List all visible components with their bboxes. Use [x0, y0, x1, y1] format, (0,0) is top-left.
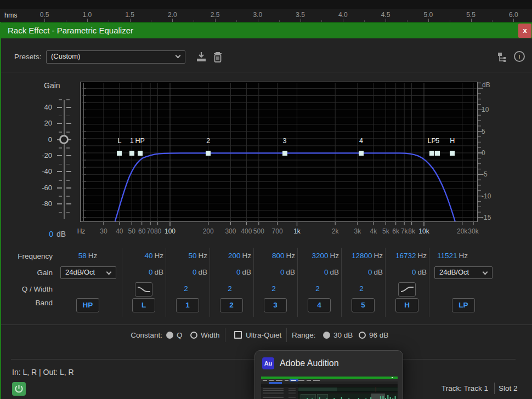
band-frequency-value[interactable]: 800Hz [252, 252, 295, 260]
delete-preset-icon[interactable] [211, 50, 224, 64]
band-q-value[interactable]: 2 [208, 284, 251, 293]
gain-tick [57, 187, 62, 189]
band-frequency-value[interactable]: 3200Hz [296, 252, 339, 260]
band-button-3[interactable]: 3 [264, 298, 287, 312]
gain-readout[interactable]: 0 dB [33, 230, 66, 238]
freq-tick-label: 30k [462, 227, 484, 235]
thumb-playhead [376, 387, 376, 392]
band-gain-value[interactable]: 0dB [340, 268, 383, 276]
power-toggle-button[interactable] [12, 382, 26, 396]
range-96db-label[interactable]: 96 dB [369, 331, 388, 339]
gain-minor-tick [66, 196, 70, 197]
freq-axis-unit-label: Hz [73, 227, 89, 235]
eq-control-point-LP[interactable] [429, 151, 434, 156]
constant-width-radio[interactable] [190, 332, 197, 339]
band-gain-value[interactable]: 0dB [384, 268, 427, 276]
divider [225, 328, 225, 342]
band-frequency-value[interactable]: 200Hz [208, 252, 251, 260]
gain-tick [57, 171, 62, 172]
eq-control-point-1[interactable] [129, 151, 134, 156]
db-tick-label: 5 [482, 128, 500, 135]
thumb-list-row [263, 390, 284, 390]
band-frequency-value[interactable]: 16732Hz [384, 252, 427, 260]
band-gain-value[interactable]: 0dB [296, 268, 339, 276]
gain-tick [66, 187, 71, 189]
band-frequency-value[interactable]: 40Hz [121, 252, 163, 260]
gain-number: 0 [412, 268, 416, 276]
eq-control-point-3[interactable] [282, 151, 287, 156]
presets-dropdown[interactable]: (Custom) [46, 50, 185, 64]
thumb-overview-fill2 [337, 387, 398, 391]
freq-unit: Hz [286, 252, 296, 260]
track-label: Track: Track 1 [422, 384, 488, 392]
band-gain-value[interactable]: 0dB [252, 268, 295, 276]
gain-tick [66, 171, 71, 172]
band-button-L[interactable]: L [132, 298, 155, 312]
band-frequency-value[interactable]: 58Hz [60, 252, 115, 260]
eq-control-point-4[interactable] [359, 151, 364, 156]
divider [286, 328, 287, 342]
band-slope-dropdown[interactable]: 24dB/Oct [434, 266, 493, 279]
gain-minor-tick [59, 196, 62, 197]
timeline-ruler[interactable]: hms 0.51.01.52.02.53.03.54.04.55.05.56.0 [0, 9, 532, 22]
close-button[interactable]: x [518, 24, 531, 38]
band-button-H[interactable]: H [395, 298, 418, 312]
band-gain-value[interactable]: 0dB [165, 268, 207, 276]
constant-width-label[interactable]: Width [201, 331, 220, 339]
eq-control-point-HP[interactable] [138, 151, 143, 156]
slope-value: 24dB/Oct [65, 268, 95, 276]
freq-number: 3200 [312, 252, 328, 260]
freq-tick-label: 1k [286, 227, 308, 235]
band-frequency-value[interactable]: 50Hz [165, 252, 207, 260]
gain-unit: dB [198, 268, 207, 276]
range-30db-radio[interactable] [323, 332, 330, 339]
band-button-2[interactable]: 2 [220, 298, 243, 312]
band-gain-value[interactable]: 0dB [121, 268, 163, 276]
effect-title-bar[interactable]: Rack Effect - Parametric Equalizer x [0, 22, 532, 38]
band-frequency-value[interactable]: 11521Hz [422, 252, 483, 260]
app-thumbnail[interactable] [261, 377, 398, 399]
gain-number: 0 [280, 268, 285, 276]
high-shelf-icon[interactable] [398, 282, 416, 297]
constant-q-label[interactable]: Q [177, 331, 183, 339]
gain-number: 0 [324, 268, 329, 276]
ruler-tick-label: 3.5 [290, 11, 312, 19]
band-button-1[interactable]: 1 [176, 298, 199, 312]
band-button-HP[interactable]: HP [76, 298, 99, 312]
info-icon[interactable]: i [514, 51, 525, 62]
band-button-5[interactable]: 5 [352, 298, 375, 312]
band-q-value[interactable]: 2 [252, 284, 295, 293]
band-q-value[interactable]: 2 [165, 284, 207, 293]
eq-control-point-L[interactable] [117, 151, 122, 156]
band-q-value[interactable]: 2 [340, 284, 383, 293]
taskbar-preview-popup[interactable]: Au Adobe Audition [254, 350, 403, 399]
save-preset-icon[interactable] [194, 50, 208, 64]
band-frequency-value[interactable]: 12800Hz [340, 252, 383, 260]
thumb-list-row [263, 388, 284, 389]
ruler-tick-label: 5.5 [460, 11, 482, 19]
freq-number: 11521 [437, 252, 457, 260]
constant-q-radio[interactable] [166, 332, 173, 339]
range-96db-radio[interactable] [359, 332, 366, 339]
gain-slider-knob[interactable] [59, 135, 69, 144]
band-gain-value[interactable]: 0dB [208, 268, 251, 276]
band-slope-dropdown[interactable]: 24dB/Oct [60, 266, 116, 279]
eq-control-point-5[interactable] [435, 151, 440, 156]
divider [0, 324, 532, 325]
ultra-quiet-label[interactable]: Ultra-Quiet [246, 331, 281, 339]
band-q-value[interactable]: 2 [296, 284, 339, 293]
band-button-LP[interactable]: LP [452, 298, 475, 312]
freq-unit: Hz [330, 252, 339, 260]
range-30db-label[interactable]: 30 dB [333, 331, 353, 339]
slot-label: Slot 2 [499, 384, 518, 392]
eq-control-point-H[interactable] [450, 151, 455, 156]
gain-minor-tick [66, 99, 70, 100]
chevron-down-icon [483, 270, 488, 275]
gain-minor-tick [66, 180, 70, 181]
effect-rack-icon[interactable] [496, 51, 508, 63]
gain-slider-track[interactable] [64, 100, 65, 219]
eq-control-point-2[interactable] [206, 151, 211, 156]
band-button-4[interactable]: 4 [308, 298, 331, 312]
low-shelf-icon[interactable] [135, 282, 152, 297]
ultra-quiet-checkbox[interactable] [234, 331, 242, 339]
